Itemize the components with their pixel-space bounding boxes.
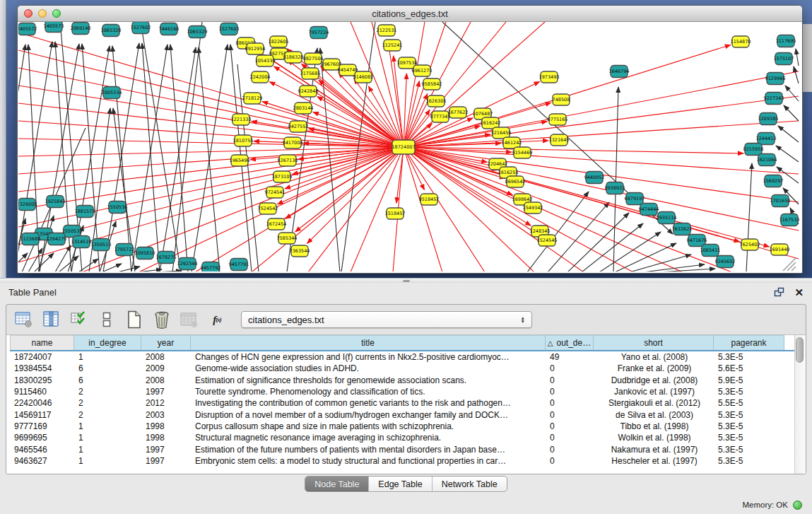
column-header-short[interactable]: short xyxy=(594,335,714,350)
tab-edge-table[interactable]: Edge Table xyxy=(368,477,431,491)
graph-node[interactable]: 1925843 xyxy=(45,196,66,208)
column-header-in_degree[interactable]: in_degree xyxy=(74,335,141,350)
graph-node[interactable]: 1405573 xyxy=(44,22,64,33)
tab-node-table[interactable]: Node Table xyxy=(305,477,368,491)
graph-node[interactable]: 8186328 xyxy=(283,52,304,63)
graph-node[interactable]: 1154870 xyxy=(731,36,751,47)
graph-node[interactable]: 1701650 xyxy=(770,195,791,207)
graph-node[interactable]: 1115688 xyxy=(20,233,41,245)
graph-node[interactable]: 1822605 xyxy=(269,36,289,47)
graph-node[interactable]: 7957224 xyxy=(309,27,329,39)
graph-node[interactable]: 1569297 xyxy=(763,175,784,187)
graph-node[interactable]: 2803144 xyxy=(293,103,314,114)
graph-node[interactable]: 1292344 xyxy=(177,258,198,270)
select-columns-icon[interactable] xyxy=(69,309,90,330)
column-header-name[interactable]: name xyxy=(10,335,74,350)
graph-node[interactable]: 3175685 xyxy=(300,68,321,79)
graph-node[interactable]: 1881573 xyxy=(75,206,95,218)
graph-node[interactable]: 1810755 xyxy=(233,135,254,146)
graph-node[interactable]: 1524545 xyxy=(537,235,558,246)
graph-node[interactable]: 9417004 xyxy=(283,137,303,148)
table-row[interactable]: 1456911722003Disruption of a novel membe… xyxy=(10,409,806,420)
graph-node[interactable]: 1321645 xyxy=(549,134,570,146)
graph-node[interactable]: 7632621 xyxy=(672,223,693,235)
graph-node[interactable]: 2967608 xyxy=(322,59,342,70)
graph-node[interactable]: 1314519 xyxy=(71,236,92,248)
graph-node[interactable]: 6961273 xyxy=(412,65,433,76)
column-header-out_de[interactable]: △out_de… xyxy=(546,335,594,350)
graph-node[interactable]: 1221333 xyxy=(231,114,252,125)
table-row[interactable]: 946362711997Embryonic stem cells: a mode… xyxy=(10,455,806,467)
graph-node[interactable]: 7446166 xyxy=(159,23,180,35)
graph-node[interactable]: 9457791 xyxy=(229,259,249,271)
graph-node[interactable]: 1672454 xyxy=(266,218,287,230)
graph-node[interactable]: 9585842 xyxy=(422,78,442,90)
graph-node[interactable]: 9129966 xyxy=(765,73,786,85)
close-window-button[interactable] xyxy=(24,9,33,18)
table-options-icon[interactable] xyxy=(13,309,35,330)
graph-node[interactable]: 2005334 xyxy=(102,87,122,99)
graph-node[interactable]: 1054339 xyxy=(255,55,276,66)
table-row[interactable]: 969969511998Structural magnetic resonanc… xyxy=(10,432,806,443)
table-row[interactable]: 1872400712008Changes of HCN gene express… xyxy=(10,351,806,363)
graph-node[interactable]: 1518457 xyxy=(385,208,406,219)
graph-node[interactable]: 8938923 xyxy=(605,182,625,194)
table-row[interactable]: 1830029562008Estimation of significance … xyxy=(10,375,806,386)
graph-node[interactable]: 1294275 xyxy=(47,233,67,245)
scrollbar-thumb[interactable] xyxy=(796,337,804,363)
float-panel-icon[interactable] xyxy=(772,286,786,298)
graph-node[interactable]: 2405572 xyxy=(18,23,37,35)
graph-node[interactable]: 1350513 xyxy=(91,239,112,251)
graph-node[interactable]: 2069140 xyxy=(71,23,91,35)
new-document-icon[interactable] xyxy=(124,309,145,330)
graph-node[interactable]: 9242848 xyxy=(298,86,319,97)
row-boxes-icon[interactable] xyxy=(96,309,117,330)
table-row[interactable]: 911546021997Tourette syndrome. Phenomeno… xyxy=(10,386,806,397)
graph-node[interactable]: 1095810 xyxy=(135,247,155,259)
graph-node[interactable]: 1549342 xyxy=(523,202,543,214)
tab-network-table[interactable]: Network Table xyxy=(432,477,507,491)
graph-node[interactable]: 1209385 xyxy=(758,113,779,125)
graph-node[interactable]: 1873105 xyxy=(272,171,293,182)
graph-node[interactable]: 9724541 xyxy=(265,187,286,198)
graph-node[interactable]: 8775165 xyxy=(548,114,568,125)
graph-node[interactable]: 2718129 xyxy=(242,93,263,104)
graph-node[interactable]: 1965496 xyxy=(230,155,250,166)
column-header-title[interactable]: title xyxy=(191,335,546,350)
table-row[interactable]: 2242004622012Investigating the contribut… xyxy=(10,397,806,409)
network-canvas[interactable]: 8860123891295418226059827509818632898275… xyxy=(18,22,800,271)
graph-node[interactable]: 2935114 xyxy=(657,212,677,224)
graph-node[interactable]: 9474444 xyxy=(639,204,659,216)
graph-node[interactable]: 1575107 xyxy=(774,53,794,65)
graph-node[interactable]: 1626305 xyxy=(426,95,447,107)
graph-node[interactable]: 8777345 xyxy=(430,111,451,122)
graph-node[interactable]: 8215958 xyxy=(743,144,764,156)
graph-node[interactable]: 1125241 xyxy=(382,40,403,51)
graph-node[interactable]: 748508 xyxy=(553,94,570,105)
column-header-year[interactable]: year xyxy=(141,335,191,350)
graph-node[interactable]: 9146082 xyxy=(353,71,374,83)
graph-node[interactable]: 1065329 xyxy=(187,26,208,38)
graph-node[interactable]: 9154469 xyxy=(512,147,533,158)
graph-node[interactable]: 8267130 xyxy=(278,155,298,166)
function-builder-icon[interactable]: f(x) xyxy=(206,309,228,330)
window-titlebar[interactable]: citations_edges.txt xyxy=(18,6,802,22)
table-row[interactable]: 1938455462009Genome-wide association stu… xyxy=(10,363,806,374)
graph-node[interactable]: 9518457 xyxy=(419,194,440,205)
graph-node[interactable]: 9440952 xyxy=(584,172,605,184)
graph-node[interactable]: 1527603 xyxy=(219,23,240,35)
graph-node[interactable]: 7363544 xyxy=(290,245,310,257)
show-column-icon[interactable] xyxy=(41,309,62,330)
graph-node[interactable]: 1795722 xyxy=(114,244,135,256)
table-row[interactable]: 946554611997Estimation of the future num… xyxy=(10,443,806,455)
graph-node[interactable]: 1527602 xyxy=(131,22,151,34)
graph-node[interactable]: 1117695 xyxy=(776,35,796,47)
graph-node[interactable]: 9457792 xyxy=(201,262,221,272)
graph-node[interactable]: 7524542 xyxy=(258,203,278,214)
graph-node[interactable]: 7625402 xyxy=(740,239,760,250)
zoom-window-button[interactable] xyxy=(52,9,61,18)
graph-node[interactable]: 2242004 xyxy=(250,71,271,83)
graph-node[interactable]: 7585344 xyxy=(277,233,298,244)
graph-node[interactable]: 1065328 xyxy=(101,25,122,37)
column-header-pagerank[interactable]: pagerank xyxy=(714,335,784,350)
